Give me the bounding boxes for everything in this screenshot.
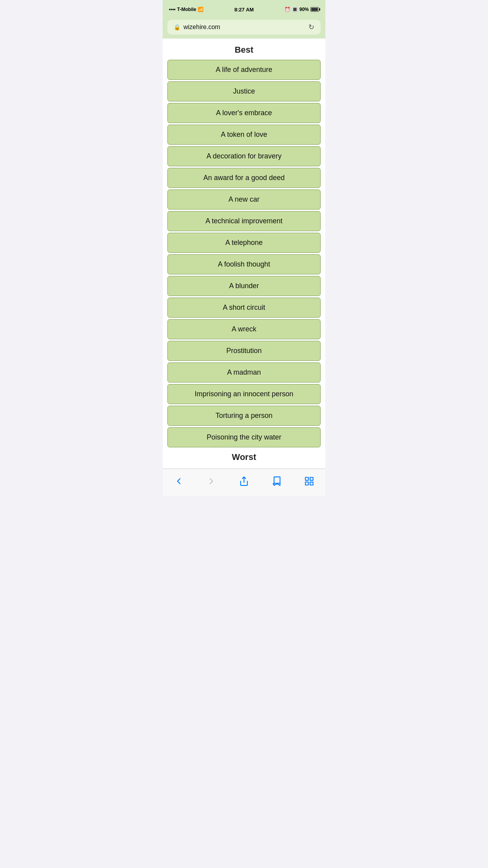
signal-icon: •••• [169, 7, 176, 12]
list-item[interactable]: A token of love [167, 125, 321, 145]
battery-icon [310, 7, 319, 12]
share-button[interactable] [231, 474, 257, 488]
svg-rect-3 [310, 482, 313, 485]
bluetooth-icon: 🔳 [292, 7, 298, 12]
url-text: wizehire.com [183, 24, 220, 31]
status-time: 8:27 AM [235, 7, 254, 13]
svg-rect-4 [305, 482, 308, 485]
item-list: A life of adventureJusticeA lover's embr… [167, 60, 321, 447]
list-item[interactable]: An award for a good deed [167, 168, 321, 188]
list-item[interactable]: A foolish thought [167, 254, 321, 274]
share-icon [239, 476, 249, 486]
forward-button[interactable] [198, 474, 224, 488]
main-content: Best A life of adventureJusticeA lover's… [163, 39, 325, 469]
battery-label: 90% [299, 7, 309, 12]
list-item[interactable]: Imprisoning an innocent person [167, 384, 321, 404]
list-item[interactable]: Poisoning the city water [167, 427, 321, 447]
forward-icon [206, 476, 216, 486]
svg-rect-1 [305, 477, 308, 480]
list-item[interactable]: A lover's embrace [167, 103, 321, 123]
list-item[interactable]: A short circuit [167, 298, 321, 318]
alarm-icon: ⏰ [284, 7, 290, 12]
bottom-nav [163, 469, 325, 496]
wifi-icon: 📶 [198, 7, 204, 12]
reload-icon[interactable]: ↻ [308, 23, 314, 31]
list-item[interactable]: A madman [167, 362, 321, 383]
list-item[interactable]: A new car [167, 189, 321, 210]
address-bar-inner[interactable]: 🔒 wizehire.com ↻ [167, 20, 321, 35]
lock-icon: 🔒 [174, 24, 180, 30]
list-item[interactable]: Prostitution [167, 341, 321, 361]
tabs-icon [304, 476, 314, 486]
best-section-title: Best [167, 45, 321, 55]
list-item[interactable]: A technical improvement [167, 211, 321, 231]
status-right: ⏰ 🔳 90% [284, 7, 319, 12]
tabs-button[interactable] [296, 474, 322, 488]
list-item[interactable]: A wreck [167, 319, 321, 339]
bookmarks-button[interactable] [264, 474, 290, 488]
svg-rect-2 [310, 477, 313, 480]
carrier-label: T-Mobile [177, 7, 196, 12]
address-content: 🔒 wizehire.com [174, 24, 220, 31]
back-icon [174, 476, 184, 486]
list-item[interactable]: A blunder [167, 276, 321, 296]
list-item[interactable]: A decoration for bravery [167, 146, 321, 166]
status-left: •••• T-Mobile 📶 [169, 7, 204, 12]
worst-section-title: Worst [167, 452, 321, 462]
list-item[interactable]: Torturing a person [167, 406, 321, 426]
back-button[interactable] [166, 474, 192, 488]
bookmarks-icon [272, 476, 282, 486]
list-item[interactable]: Justice [167, 81, 321, 101]
list-item[interactable]: A life of adventure [167, 60, 321, 80]
list-item[interactable]: A telephone [167, 233, 321, 253]
address-bar: 🔒 wizehire.com ↻ [163, 17, 325, 39]
status-bar: •••• T-Mobile 📶 8:27 AM ⏰ 🔳 90% [163, 0, 325, 17]
